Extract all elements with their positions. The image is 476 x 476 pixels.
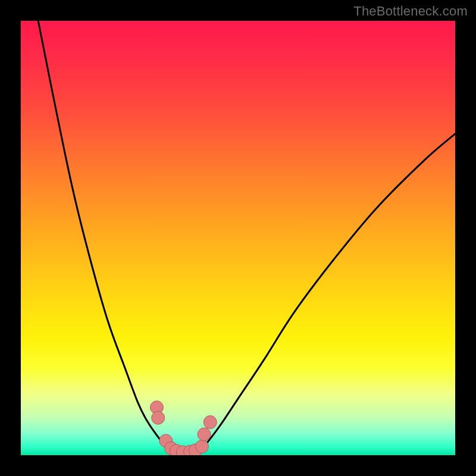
data-point-marker xyxy=(198,428,211,441)
chart-frame: TheBottleneck.com xyxy=(0,0,476,476)
watermark-text: TheBottleneck.com xyxy=(353,4,468,19)
bottleneck-curve xyxy=(38,21,455,453)
chart-overlay xyxy=(21,21,455,455)
markers-group xyxy=(150,401,217,455)
data-point-marker xyxy=(195,440,208,453)
data-point-marker xyxy=(203,416,217,429)
data-point-marker xyxy=(152,411,165,424)
plot-area xyxy=(21,21,455,455)
curves-group xyxy=(38,21,455,453)
